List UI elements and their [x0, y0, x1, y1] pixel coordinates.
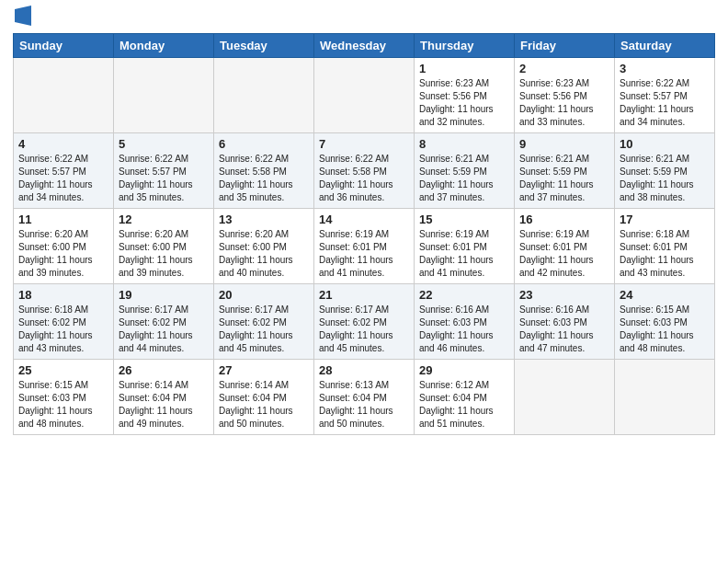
day-info: Sunrise: 6:23 AMSunset: 5:56 PMDaylight:… [519, 77, 609, 129]
day-info: Sunrise: 6:20 AMSunset: 6:00 PMDaylight:… [119, 228, 209, 280]
calendar-cell: 9Sunrise: 6:21 AMSunset: 5:59 PMDaylight… [515, 133, 615, 209]
calendar-cell [314, 58, 415, 133]
day-number: 5 [119, 137, 209, 151]
logo-icon [15, 6, 31, 26]
day-info: Sunrise: 6:22 AMSunset: 5:57 PMDaylight:… [620, 77, 710, 129]
calendar-week-row: 1Sunrise: 6:23 AMSunset: 5:56 PMDaylight… [14, 58, 715, 133]
calendar-cell: 10Sunrise: 6:21 AMSunset: 5:59 PMDayligh… [615, 133, 715, 209]
calendar-week-row: 25Sunrise: 6:15 AMSunset: 6:03 PMDayligh… [14, 360, 715, 435]
day-info: Sunrise: 6:19 AMSunset: 6:01 PMDaylight:… [419, 228, 509, 280]
day-number: 24 [620, 288, 710, 302]
calendar-cell [14, 58, 114, 133]
calendar-cell: 12Sunrise: 6:20 AMSunset: 6:00 PMDayligh… [114, 209, 214, 284]
calendar-cell: 8Sunrise: 6:21 AMSunset: 5:59 PMDaylight… [415, 133, 515, 209]
day-info: Sunrise: 6:12 AMSunset: 6:04 PMDaylight:… [419, 379, 509, 431]
calendar-cell: 21Sunrise: 6:17 AMSunset: 6:02 PMDayligh… [314, 284, 415, 360]
day-info: Sunrise: 6:22 AMSunset: 5:58 PMDaylight:… [319, 153, 409, 204]
calendar-cell: 14Sunrise: 6:19 AMSunset: 6:01 PMDayligh… [314, 209, 415, 284]
calendar-cell: 27Sunrise: 6:14 AMSunset: 6:04 PMDayligh… [214, 360, 314, 435]
calendar-cell: 15Sunrise: 6:19 AMSunset: 6:01 PMDayligh… [415, 209, 515, 284]
weekday-header-tuesday: Tuesday [214, 34, 314, 58]
day-number: 1 [419, 62, 509, 75]
day-number: 26 [119, 363, 209, 377]
day-info: Sunrise: 6:20 AMSunset: 6:00 PMDaylight:… [219, 228, 309, 280]
day-info: Sunrise: 6:15 AMSunset: 6:03 PMDaylight:… [620, 304, 710, 355]
day-info: Sunrise: 6:22 AMSunset: 5:57 PMDaylight:… [18, 153, 108, 204]
calendar-cell: 2Sunrise: 6:23 AMSunset: 5:56 PMDaylight… [515, 58, 615, 133]
day-number: 21 [319, 288, 409, 302]
calendar-cell: 19Sunrise: 6:17 AMSunset: 6:02 PMDayligh… [114, 284, 214, 360]
day-info: Sunrise: 6:15 AMSunset: 6:03 PMDaylight:… [18, 379, 108, 431]
day-info: Sunrise: 6:23 AMSunset: 5:56 PMDaylight:… [419, 77, 509, 129]
calendar-cell: 16Sunrise: 6:19 AMSunset: 6:01 PMDayligh… [515, 209, 615, 284]
day-number: 6 [219, 137, 309, 151]
day-number: 2 [519, 62, 609, 75]
day-number: 19 [119, 288, 209, 302]
calendar-cell: 22Sunrise: 6:16 AMSunset: 6:03 PMDayligh… [415, 284, 515, 360]
calendar-cell [114, 58, 214, 133]
day-number: 17 [620, 213, 710, 226]
day-info: Sunrise: 6:14 AMSunset: 6:04 PMDaylight:… [119, 379, 209, 431]
calendar-cell: 6Sunrise: 6:22 AMSunset: 5:58 PMDaylight… [214, 133, 314, 209]
day-number: 23 [519, 288, 609, 302]
calendar-week-row: 18Sunrise: 6:18 AMSunset: 6:02 PMDayligh… [14, 284, 715, 360]
calendar-cell: 26Sunrise: 6:14 AMSunset: 6:04 PMDayligh… [114, 360, 214, 435]
day-number: 12 [119, 213, 209, 226]
calendar-table: SundayMondayTuesdayWednesdayThursdayFrid… [13, 33, 715, 435]
day-info: Sunrise: 6:19 AMSunset: 6:01 PMDaylight:… [519, 228, 609, 280]
calendar-cell: 28Sunrise: 6:13 AMSunset: 6:04 PMDayligh… [314, 360, 415, 435]
day-number: 22 [419, 288, 509, 302]
day-number: 29 [419, 363, 509, 377]
day-info: Sunrise: 6:16 AMSunset: 6:03 PMDaylight:… [419, 304, 509, 355]
day-number: 18 [18, 288, 108, 302]
calendar-cell: 24Sunrise: 6:15 AMSunset: 6:03 PMDayligh… [615, 284, 715, 360]
calendar-cell: 7Sunrise: 6:22 AMSunset: 5:58 PMDaylight… [314, 133, 415, 209]
day-info: Sunrise: 6:17 AMSunset: 6:02 PMDaylight:… [119, 304, 209, 355]
calendar-cell: 23Sunrise: 6:16 AMSunset: 6:03 PMDayligh… [515, 284, 615, 360]
calendar-cell: 13Sunrise: 6:20 AMSunset: 6:00 PMDayligh… [214, 209, 314, 284]
calendar-week-row: 4Sunrise: 6:22 AMSunset: 5:57 PMDaylight… [14, 133, 715, 209]
header [13, 9, 715, 26]
day-info: Sunrise: 6:18 AMSunset: 6:01 PMDaylight:… [620, 228, 710, 280]
day-info: Sunrise: 6:21 AMSunset: 5:59 PMDaylight:… [519, 153, 609, 204]
calendar-cell: 18Sunrise: 6:18 AMSunset: 6:02 PMDayligh… [14, 284, 114, 360]
day-number: 25 [18, 363, 108, 377]
weekday-header-row: SundayMondayTuesdayWednesdayThursdayFrid… [14, 34, 715, 58]
day-number: 10 [620, 137, 710, 151]
day-number: 7 [319, 137, 409, 151]
day-info: Sunrise: 6:20 AMSunset: 6:00 PMDaylight:… [18, 228, 108, 280]
weekday-header-monday: Monday [114, 34, 214, 58]
calendar-cell: 20Sunrise: 6:17 AMSunset: 6:02 PMDayligh… [214, 284, 314, 360]
calendar-cell: 4Sunrise: 6:22 AMSunset: 5:57 PMDaylight… [14, 133, 114, 209]
page: SundayMondayTuesdayWednesdayThursdayFrid… [0, 0, 728, 563]
calendar-cell: 3Sunrise: 6:22 AMSunset: 5:57 PMDaylight… [615, 58, 715, 133]
day-number: 8 [419, 137, 509, 151]
calendar-cell [515, 360, 615, 435]
day-info: Sunrise: 6:19 AMSunset: 6:01 PMDaylight:… [319, 228, 409, 280]
day-number: 20 [219, 288, 309, 302]
calendar-cell [615, 360, 715, 435]
day-info: Sunrise: 6:13 AMSunset: 6:04 PMDaylight:… [319, 379, 409, 431]
calendar-week-row: 11Sunrise: 6:20 AMSunset: 6:00 PMDayligh… [14, 209, 715, 284]
day-number: 27 [219, 363, 309, 377]
day-number: 28 [319, 363, 409, 377]
day-number: 9 [519, 137, 609, 151]
day-number: 15 [419, 213, 509, 226]
day-info: Sunrise: 6:18 AMSunset: 6:02 PMDaylight:… [18, 304, 108, 355]
day-info: Sunrise: 6:21 AMSunset: 5:59 PMDaylight:… [419, 153, 509, 204]
day-number: 16 [519, 213, 609, 226]
weekday-header-wednesday: Wednesday [314, 34, 415, 58]
weekday-header-friday: Friday [515, 34, 615, 58]
day-number: 3 [620, 62, 710, 75]
day-number: 14 [319, 213, 409, 226]
day-info: Sunrise: 6:17 AMSunset: 6:02 PMDaylight:… [319, 304, 409, 355]
weekday-header-saturday: Saturday [615, 34, 715, 58]
calendar-cell: 29Sunrise: 6:12 AMSunset: 6:04 PMDayligh… [415, 360, 515, 435]
day-info: Sunrise: 6:17 AMSunset: 6:02 PMDaylight:… [219, 304, 309, 355]
logo [13, 9, 31, 26]
calendar-cell: 5Sunrise: 6:22 AMSunset: 5:57 PMDaylight… [114, 133, 214, 209]
svg-marker-0 [15, 6, 31, 26]
day-number: 11 [18, 213, 108, 226]
calendar-cell: 11Sunrise: 6:20 AMSunset: 6:00 PMDayligh… [14, 209, 114, 284]
calendar-cell: 17Sunrise: 6:18 AMSunset: 6:01 PMDayligh… [615, 209, 715, 284]
